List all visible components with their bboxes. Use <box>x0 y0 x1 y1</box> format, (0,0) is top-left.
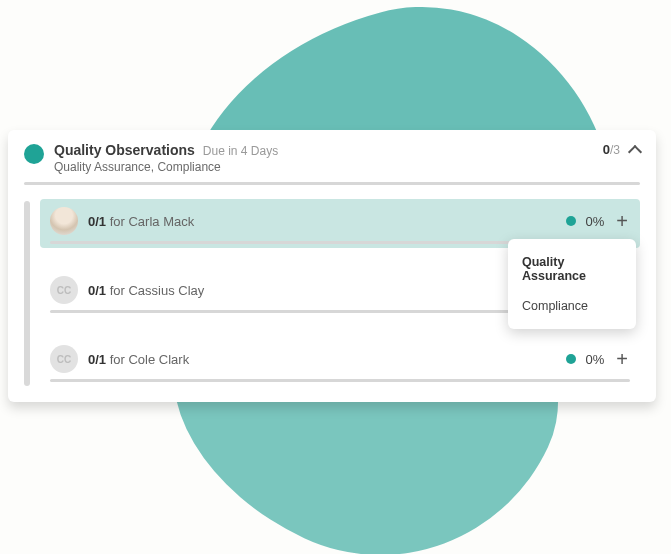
row-label: 0/1 for Carla Mack <box>88 214 194 229</box>
row-for: for <box>106 352 128 367</box>
row-name: Cole Clark <box>128 352 189 367</box>
card-header: Quality Observations Due in 4 Days Quali… <box>24 142 640 174</box>
count-done: 0 <box>603 142 610 157</box>
rows-container: 0/1 for Carla Mack 0% + Quality Assuranc… <box>24 199 640 386</box>
avatar: CC <box>50 345 78 373</box>
row-count: 0/1 <box>88 283 106 298</box>
category-dot-icon <box>24 144 44 164</box>
popover-item-compliance[interactable]: Compliance <box>508 291 636 321</box>
add-icon[interactable]: + <box>614 211 630 231</box>
observations-card: Quality Observations Due in 4 Days Quali… <box>8 130 656 402</box>
row-label: 0/1 for Cassius Clay <box>88 283 204 298</box>
card-title: Quality Observations <box>54 142 195 158</box>
row-list: 0/1 for Carla Mack 0% + Quality Assuranc… <box>40 199 640 386</box>
card-subtitle: Quality Assurance, Compliance <box>54 160 593 174</box>
row-name: Carla Mack <box>128 214 194 229</box>
popover-item-quality-assurance[interactable]: Quality Assurance <box>508 247 636 291</box>
chevron-up-icon[interactable] <box>628 144 642 158</box>
status-dot-icon <box>566 354 576 364</box>
header-count: 0/3 <box>603 142 620 157</box>
status-dot-icon <box>566 216 576 226</box>
row-progress-bar <box>50 379 630 382</box>
avatar <box>50 207 78 235</box>
avatar: CC <box>50 276 78 304</box>
header-text: Quality Observations Due in 4 Days Quali… <box>54 142 593 174</box>
row-for: for <box>106 283 128 298</box>
left-rail <box>24 201 30 386</box>
observation-row[interactable]: CC 0/1 for Cole Clark 0% + <box>40 337 640 386</box>
row-for: for <box>106 214 128 229</box>
category-popover: Quality Assurance Compliance <box>508 239 636 329</box>
row-label: 0/1 for Cole Clark <box>88 352 189 367</box>
row-percent: 0% <box>586 214 605 229</box>
row-percent: 0% <box>586 352 605 367</box>
observation-row[interactable]: 0/1 for Carla Mack 0% + Quality Assuranc… <box>40 199 640 248</box>
row-name: Cassius Clay <box>128 283 204 298</box>
row-count: 0/1 <box>88 352 106 367</box>
header-progress-bar <box>24 182 640 185</box>
due-label: Due in 4 Days <box>203 144 278 158</box>
count-total: /3 <box>610 143 620 157</box>
row-count: 0/1 <box>88 214 106 229</box>
add-icon[interactable]: + <box>614 349 630 369</box>
header-right: 0/3 <box>603 142 640 157</box>
